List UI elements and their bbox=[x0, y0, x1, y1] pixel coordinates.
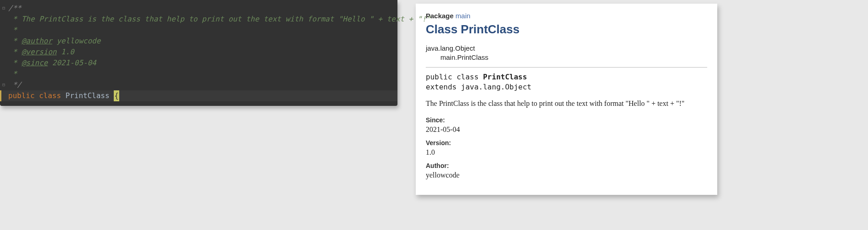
code-line: * bbox=[0, 68, 397, 79]
brace-open: { bbox=[114, 90, 119, 101]
since-label: Since: bbox=[426, 116, 707, 124]
hierarchy-child: main.PrintClass bbox=[426, 53, 707, 62]
comment-text: * bbox=[8, 68, 17, 79]
since-value: 2021-05-04 bbox=[426, 125, 707, 134]
class-heading: Class PrintClass bbox=[426, 22, 707, 37]
code-line: * @author yellowcode bbox=[0, 36, 397, 47]
package-link[interactable]: main bbox=[455, 12, 471, 20]
comment-text: * The PrintClass is the class that help … bbox=[8, 14, 431, 25]
javadoc-value: 2021-05-04 bbox=[48, 58, 96, 68]
divider bbox=[426, 67, 707, 68]
comment-text: */ bbox=[8, 79, 21, 90]
code-line: * The PrintClass is the class that help … bbox=[0, 14, 397, 25]
class-declaration: public class PrintClass extends java.lan… bbox=[426, 72, 707, 93]
javadoc-value: 1.0 bbox=[57, 47, 74, 58]
javadoc-tag: @author bbox=[21, 36, 52, 47]
code-editor-panel[interactable]: ⊟ /** * The PrintClass is the class that… bbox=[0, 0, 397, 106]
class-identifier: PrintClass bbox=[65, 90, 109, 101]
comment-text: /** bbox=[8, 3, 21, 14]
comment-prefix: * bbox=[8, 36, 21, 47]
decl-extends: extends java.lang.Object bbox=[426, 82, 707, 92]
comment-prefix: * bbox=[8, 47, 21, 58]
version-value: 1.0 bbox=[426, 148, 707, 157]
decl-classname: PrintClass bbox=[483, 73, 527, 81]
code-line: * @since 2021-05-04 bbox=[0, 58, 397, 68]
version-label: Version: bbox=[426, 139, 707, 146]
comment-prefix: * bbox=[8, 58, 21, 68]
keyword-class: class bbox=[39, 90, 61, 101]
code-line: * bbox=[0, 25, 397, 36]
fold-close-icon[interactable]: ⊟ bbox=[1, 79, 6, 90]
keyword-public: public bbox=[8, 90, 35, 101]
comment-text: * bbox=[8, 25, 17, 36]
javadoc-tag: @version bbox=[21, 47, 57, 58]
hierarchy-root: java.lang.Object bbox=[426, 44, 707, 53]
code-line: ⊟ */ bbox=[0, 79, 397, 90]
decl-text: public class bbox=[426, 73, 483, 81]
javadoc-tag: @since bbox=[21, 58, 48, 68]
code-line-active[interactable]: public class PrintClass { bbox=[0, 90, 397, 101]
author-label: Author: bbox=[426, 162, 707, 169]
code-line: * @version 1.0 bbox=[0, 47, 397, 58]
fold-open-icon[interactable]: ⊟ bbox=[1, 3, 6, 14]
javadoc-panel: Package main Class PrintClass java.lang.… bbox=[416, 4, 717, 195]
class-description: The PrintClass is the class that help to… bbox=[426, 99, 707, 109]
code-line: ⊟ /** bbox=[0, 3, 397, 14]
javadoc-value: yellowcode bbox=[52, 36, 101, 47]
author-value: yellowcode bbox=[426, 171, 707, 179]
package-line: Package main bbox=[426, 12, 707, 20]
type-hierarchy: java.lang.Object main.PrintClass bbox=[426, 44, 707, 63]
